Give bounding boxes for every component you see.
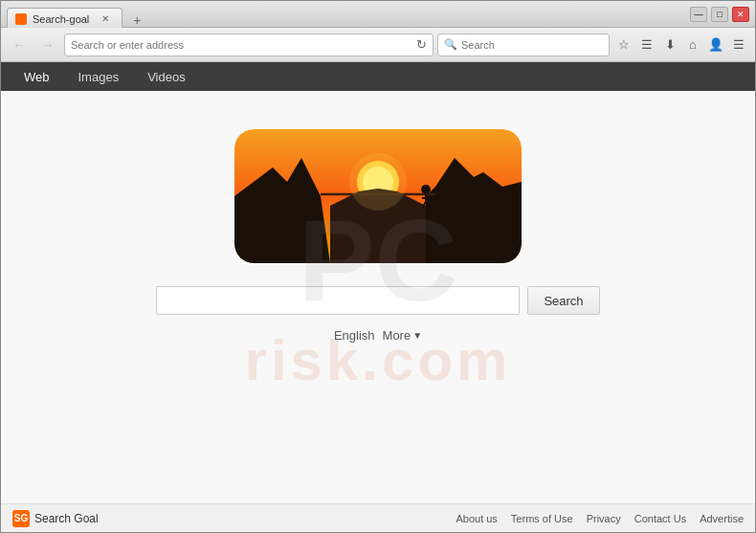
- tab-web[interactable]: Web: [11, 66, 63, 88]
- footer-logo-text: Search Goal: [34, 512, 99, 525]
- menu-icon[interactable]: ☰: [728, 34, 749, 56]
- footer-link-about[interactable]: About us: [456, 513, 497, 524]
- user-icon[interactable]: 👤: [705, 34, 726, 56]
- footer-links: About us Terms of Use Privacy Contact Us…: [456, 513, 744, 524]
- back-button[interactable]: ←: [7, 33, 32, 57]
- svg-point-13: [349, 153, 407, 211]
- main-search-input[interactable]: [156, 286, 520, 315]
- language-link[interactable]: English: [334, 328, 375, 343]
- browser-window: Search-goal ✕ + — □ ✕ ← → ↻ 🔍 ☆ ☰ ⬇ ⌂ 👤: [0, 0, 756, 533]
- download-icon[interactable]: ⬇: [659, 34, 680, 56]
- refresh-button[interactable]: ↻: [416, 37, 427, 52]
- footer-link-advertise[interactable]: Advertise: [700, 513, 744, 524]
- footer-link-terms[interactable]: Terms of Use: [511, 513, 573, 524]
- new-tab-button[interactable]: +: [126, 11, 147, 29]
- bookmark-icon[interactable]: ☆: [613, 34, 634, 56]
- address-bar[interactable]: ↻: [64, 33, 434, 56]
- tab-images[interactable]: Images: [65, 66, 133, 88]
- nav-search-input[interactable]: [461, 39, 603, 51]
- site-logo: [234, 129, 522, 263]
- footer: SG Search Goal About us Terms of Use Pri…: [1, 503, 755, 532]
- footer-logo: SG Search Goal: [12, 510, 99, 527]
- more-dropdown[interactable]: More ▼: [383, 328, 423, 343]
- navigation-bar: ← → ↻ 🔍 ☆ ☰ ⬇ ⌂ 👤 ☰: [1, 28, 755, 62]
- more-label: More: [383, 328, 411, 343]
- tab-title: Search-goal: [33, 13, 89, 25]
- svg-point-8: [421, 185, 431, 194]
- address-input[interactable]: [71, 39, 412, 51]
- logo-container: [234, 129, 522, 267]
- language-row: English More ▼: [334, 328, 422, 343]
- browser-tab[interactable]: Search-goal ✕: [7, 8, 122, 29]
- nav-search-box[interactable]: 🔍: [437, 33, 610, 56]
- tab-favicon: [15, 13, 27, 25]
- tab-videos[interactable]: Videos: [134, 66, 199, 88]
- nav-icon-group: ☆ ☰ ⬇ ⌂ 👤 ☰: [613, 34, 749, 56]
- footer-logo-icon: SG: [12, 510, 30, 527]
- maximize-button[interactable]: □: [711, 7, 728, 22]
- search-bar-container: Search: [156, 286, 599, 315]
- home-icon[interactable]: ⌂: [682, 34, 703, 56]
- search-button[interactable]: Search: [527, 286, 599, 315]
- forward-button[interactable]: →: [35, 33, 60, 57]
- minimize-button[interactable]: —: [690, 7, 707, 22]
- footer-link-contact[interactable]: Contact Us: [634, 513, 686, 524]
- more-arrow-icon: ▼: [412, 330, 422, 341]
- close-button[interactable]: ✕: [732, 7, 749, 22]
- reading-list-icon[interactable]: ☰: [636, 34, 657, 56]
- tab-area: Search-goal ✕ +: [7, 3, 147, 29]
- footer-link-privacy[interactable]: Privacy: [587, 513, 621, 524]
- window-controls: — □ ✕: [690, 7, 749, 22]
- nav-search-icon: 🔍: [444, 38, 457, 51]
- main-content: PC risk.com: [1, 91, 755, 503]
- title-bar: Search-goal ✕ + — □ ✕: [1, 1, 755, 28]
- search-tabs-bar: Web Images Videos: [1, 62, 755, 91]
- tab-close-button[interactable]: ✕: [99, 12, 112, 26]
